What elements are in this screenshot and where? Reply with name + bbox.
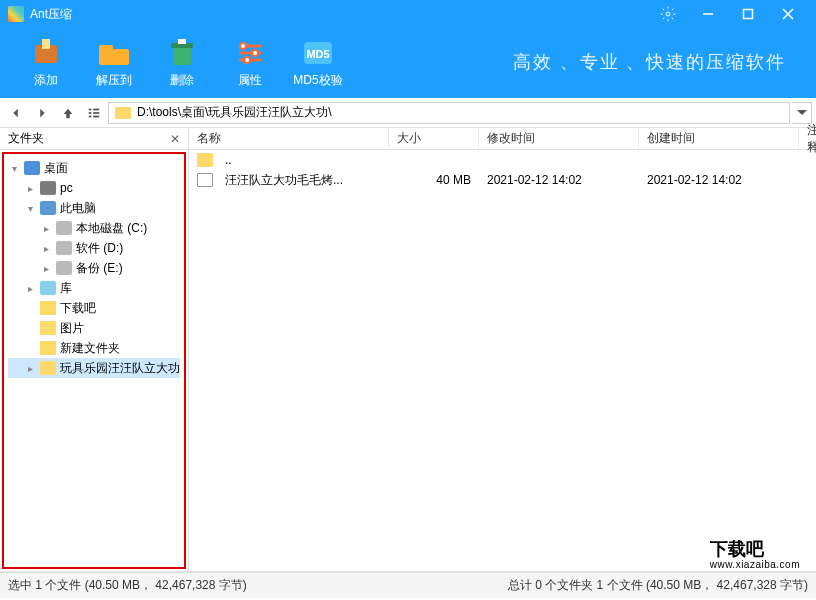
svg-rect-21 [89, 112, 92, 114]
extract-icon [96, 38, 132, 68]
add-button[interactable]: 添加 [12, 32, 80, 94]
add-label: 添加 [34, 72, 58, 89]
add-icon [28, 38, 64, 68]
folder-icon [115, 107, 131, 119]
expander-icon[interactable]: ▸ [24, 283, 36, 294]
tree-item-label: 软件 (D:) [76, 240, 123, 257]
minimize-button[interactable] [688, 0, 728, 28]
tree-item-label: 新建文件夹 [60, 340, 120, 357]
folder-icon [40, 361, 56, 375]
folder-icon [40, 341, 56, 355]
tree-item-label: 此电脑 [60, 200, 96, 217]
svg-text:MD5: MD5 [306, 48, 329, 60]
tree-item-label: pc [60, 181, 73, 195]
tree-item[interactable]: 下载吧 [8, 298, 180, 318]
tree-item[interactable]: ▾此电脑 [8, 198, 180, 218]
sidebar: 文件夹 ✕ ▾桌面▸pc▾此电脑▸本地磁盘 (C:)▸软件 (D:)▸备份 (E… [0, 128, 189, 571]
path-input[interactable]: D:\tools\桌面\玩具乐园汪汪队立大功\ [108, 102, 790, 124]
svg-rect-20 [89, 108, 92, 110]
col-note[interactable]: 注释 [799, 128, 816, 149]
expander-icon[interactable]: ▸ [40, 223, 52, 234]
props-button[interactable]: 属性 [216, 32, 284, 94]
col-create[interactable]: 创建时间 [639, 128, 799, 149]
sidebar-close-button[interactable]: ✕ [170, 132, 180, 146]
tree-item[interactable]: 新建文件夹 [8, 338, 180, 358]
delete-button[interactable]: 删除 [148, 32, 216, 94]
file-size: 40 MB [389, 173, 479, 187]
list-header: 名称 大小 修改时间 创建时间 注释 [189, 128, 816, 150]
nav-back-button[interactable] [4, 101, 28, 125]
maximize-button[interactable] [728, 0, 768, 28]
expander-icon[interactable]: ▸ [24, 363, 36, 374]
props-label: 属性 [238, 72, 262, 89]
col-size[interactable]: 大小 [389, 128, 479, 149]
svg-rect-25 [93, 115, 99, 117]
app-icon [8, 6, 24, 22]
tree-item[interactable]: ▾桌面 [8, 158, 180, 178]
svg-point-17 [244, 57, 250, 63]
svg-rect-24 [93, 112, 99, 114]
file-row[interactable]: 汪汪队立大功毛毛烤...40 MB2021-02-12 14:022021-02… [189, 170, 816, 190]
extract-button[interactable]: 解压到 [80, 32, 148, 94]
tree-item[interactable]: ▸pc [8, 178, 180, 198]
path-text: D:\tools\桌面\玩具乐园汪汪队立大功\ [137, 104, 332, 121]
disk-icon [56, 261, 72, 275]
col-name[interactable]: 名称 [189, 128, 389, 149]
svg-rect-6 [42, 39, 50, 49]
file-name: .. [217, 153, 389, 167]
md5-icon: MD5 [300, 38, 336, 68]
titlebar: Ant压缩 [0, 0, 816, 28]
slogan: 高效 、专业 、快速的压缩软件 [513, 50, 786, 74]
disk-icon [56, 221, 72, 235]
file-row[interactable]: .. [189, 150, 816, 170]
file-name: 汪汪队立大功毛毛烤... [217, 172, 389, 189]
tree-item-label: 图片 [60, 320, 84, 337]
svg-point-0 [666, 12, 670, 16]
toolbar: 添加 解压到 删除 属性 MD5 MD5校验 高效 、专业 、快速的压缩软件 [0, 28, 816, 98]
tree-item[interactable]: ▸备份 (E:) [8, 258, 180, 278]
expander-icon[interactable]: ▸ [40, 263, 52, 274]
svg-rect-22 [89, 115, 92, 117]
expander-icon[interactable]: ▾ [8, 163, 20, 174]
folder-icon [40, 321, 56, 335]
path-dropdown-button[interactable] [792, 102, 812, 124]
close-button[interactable] [768, 0, 808, 28]
col-mod[interactable]: 修改时间 [479, 128, 639, 149]
settings-button[interactable] [648, 0, 688, 28]
folder-tree: ▾桌面▸pc▾此电脑▸本地磁盘 (C:)▸软件 (D:)▸备份 (E:)▸库下载… [2, 152, 186, 569]
expander-icon[interactable]: ▾ [24, 203, 36, 214]
desktop-icon [24, 161, 40, 175]
nav-forward-button[interactable] [30, 101, 54, 125]
file-icon [197, 173, 213, 187]
watermark-main: 下载吧 [710, 539, 764, 559]
watermark-sub: www.xiazaiba.com [710, 559, 800, 570]
pc-icon [40, 181, 56, 195]
file-list: 名称 大小 修改时间 创建时间 注释 ..汪汪队立大功毛毛烤...40 MB20… [189, 128, 816, 571]
tree-item[interactable]: ▸本地磁盘 (C:) [8, 218, 180, 238]
disk-icon [56, 241, 72, 255]
svg-point-16 [252, 50, 258, 56]
statusbar: 选中 1 个文件 (40.50 MB， 42,467,328 字节) 总计 0 … [0, 572, 816, 598]
svg-rect-7 [99, 49, 129, 65]
tree-item[interactable]: ▸软件 (D:) [8, 238, 180, 258]
props-icon [232, 38, 268, 68]
md5-label: MD5校验 [293, 72, 342, 89]
watermark: 下载吧 www.xiazaiba.com [704, 535, 806, 570]
folder-icon [197, 153, 213, 167]
pathbar: D:\tools\桌面\玩具乐园汪汪队立大功\ [0, 98, 816, 128]
svg-rect-11 [178, 39, 186, 44]
tree-item[interactable]: 图片 [8, 318, 180, 338]
md5-button[interactable]: MD5 MD5校验 [284, 32, 352, 94]
view-list-button[interactable] [82, 101, 106, 125]
svg-rect-2 [744, 10, 753, 19]
nav-up-button[interactable] [56, 101, 80, 125]
thispc-icon [40, 201, 56, 215]
folder-icon [40, 301, 56, 315]
lib-icon [40, 281, 56, 295]
tree-item[interactable]: ▸库 [8, 278, 180, 298]
svg-point-15 [240, 43, 246, 49]
expander-icon[interactable]: ▸ [24, 183, 36, 194]
expander-icon[interactable]: ▸ [40, 243, 52, 254]
delete-label: 删除 [170, 72, 194, 89]
tree-item[interactable]: ▸玩具乐园汪汪队立大功 [8, 358, 180, 378]
